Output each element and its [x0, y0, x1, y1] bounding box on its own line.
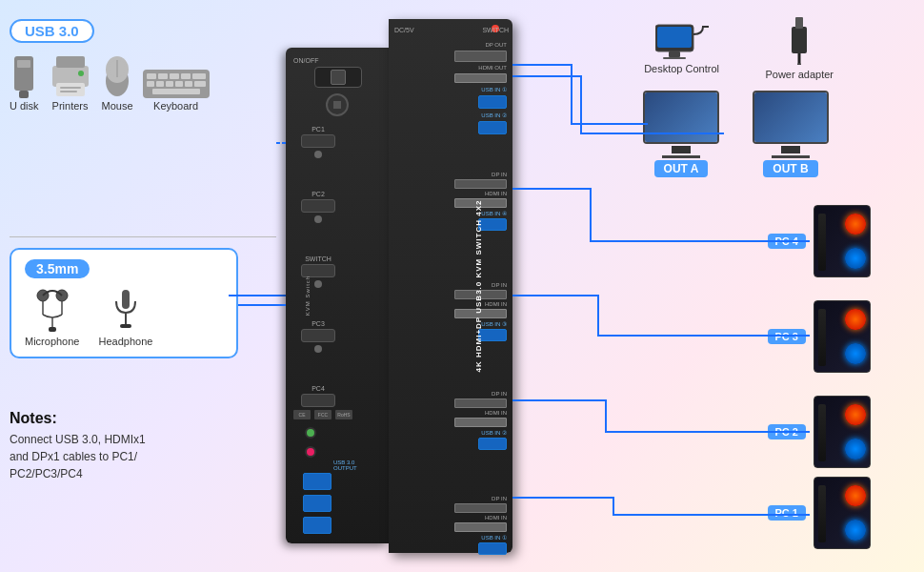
svg-rect-1 [19, 91, 29, 98]
pc1-button-group: PC1 [301, 126, 335, 158]
headphone-label: Headphone [98, 336, 152, 347]
svg-rect-32 [122, 290, 130, 309]
svg-rect-31 [49, 327, 56, 332]
pc3-btn-label: PC3 [301, 320, 335, 327]
keyboard-label: Keyboard [153, 100, 198, 112]
microphone-icon [35, 286, 70, 332]
pc3-led [314, 345, 322, 353]
mouse-label: Mouse [102, 100, 133, 112]
switch-btn-label: SWITCH [301, 255, 335, 262]
svg-rect-4 [56, 56, 85, 68]
out-a-badge: OUT A [654, 160, 709, 177]
svg-rect-23 [185, 81, 192, 87]
pc3-btn[interactable] [301, 329, 335, 342]
mic-in-jack [305, 446, 316, 458]
svg-rect-22 [175, 81, 183, 87]
pc4-btn[interactable] [301, 394, 335, 407]
audio-icons-row: Microphone Headphone [25, 286, 223, 347]
audio-section: 3.5mm Microphone [10, 248, 257, 358]
section-divider [10, 236, 276, 237]
pc2-dp-in [454, 398, 507, 408]
pc2-badge: PC 2 [768, 424, 806, 439]
printer-item: Printers [49, 54, 92, 112]
pc1-input-ports: DP IN HDMI IN USB IN ① [454, 496, 507, 555]
dc-label: DC/5V [394, 27, 414, 33]
svg-rect-34 [120, 324, 131, 328]
audio-box: 3.5mm Microphone [10, 248, 238, 358]
power-adapter-label: Power adapter [765, 69, 834, 80]
notes-section: Notes: Connect USB 3.0, HDMIx1and DPx1 c… [10, 410, 267, 482]
svg-rect-18 [192, 73, 206, 79]
printer-label: Printers [52, 100, 89, 112]
headphone-item: Headphone [98, 286, 152, 347]
notes-text: Connect USB 3.0, HDMIx1and DPx1 cables t… [10, 431, 267, 482]
pc1-hdmi-in [454, 522, 507, 532]
pc4-btn-label: PC4 [301, 385, 335, 392]
switch-handle [331, 70, 346, 85]
microphone-item: Microphone [25, 286, 79, 347]
pc2-btn-label: PC2 [301, 191, 335, 197]
audio-jacks [305, 427, 316, 458]
desktop-control-item: Desktop Control [644, 17, 719, 74]
pc3-badge: PC 3 [768, 329, 806, 344]
svg-rect-14 [147, 73, 156, 79]
output-port-group: DP OUT HDMI OUT USB IN ① USB IN ② [454, 42, 507, 134]
monitor-b-screen [753, 91, 829, 144]
pc1-dp-in [454, 503, 507, 513]
kvm-main-label: 4K HDMI+DP USB3.0 KVM SWITCH 4X2 [474, 200, 483, 373]
pc3-tower [814, 300, 871, 373]
usb-out-3 [303, 517, 331, 534]
pc4-dp-in [454, 179, 507, 189]
svg-rect-37 [657, 27, 692, 48]
usb-out-2 [303, 495, 331, 512]
usb-in2-label: USB IN ② [454, 112, 507, 118]
mouse-icon [104, 56, 131, 98]
kvm-back-panel: DC/5V SWITCH DP OUT HDMI OUT USB IN ① US… [389, 19, 512, 553]
power-adapter-icon [788, 17, 811, 65]
power-adapter-item: Power adapter [765, 17, 834, 80]
udisk-label: U disk [10, 100, 39, 112]
pc2-hdmi-in [454, 418, 507, 427]
hdmi-out-label: HDMI OUT [454, 65, 507, 71]
dp-out-label: DP OUT [454, 42, 507, 48]
pc3-item: PC 3 [768, 300, 871, 373]
svg-rect-16 [170, 73, 179, 79]
pc1-item: PC 1 [768, 477, 871, 549]
power-label: ON/OFF [293, 57, 318, 64]
dp-out-port [454, 51, 507, 62]
pc2-btn[interactable] [301, 199, 335, 213]
svg-rect-20 [156, 81, 164, 87]
power-switch[interactable] [314, 67, 362, 88]
pc1-tower [814, 477, 871, 549]
notes-title: Notes: [10, 410, 267, 427]
svg-rect-40 [792, 27, 807, 53]
keyboard-item: Keyboard [143, 70, 210, 112]
desktop-control-label: Desktop Control [644, 63, 719, 74]
mouse-item: Mouse [102, 56, 133, 112]
svg-rect-19 [147, 81, 154, 87]
svg-rect-2 [17, 60, 30, 68]
pc4-tower [814, 205, 871, 277]
svg-rect-41 [795, 17, 803, 29]
pc1-btn[interactable] [301, 134, 335, 148]
pc1-led [314, 151, 322, 158]
main-container: USB 3.0 U disk [0, 0, 924, 572]
kvm-front-panel: ON/OFF PC1 PC2 SWITCH PC3 [286, 48, 389, 543]
pc2-tower [814, 396, 871, 468]
svg-rect-15 [158, 73, 168, 79]
desktop-control-icon [655, 17, 709, 59]
pc2-usb-in [478, 438, 507, 450]
monitor-a-screen [643, 91, 719, 144]
audio-badge: 3.5mm [25, 259, 90, 278]
usb-in1-label: USB IN ① [454, 86, 507, 92]
keyboard-icon [143, 70, 210, 98]
cert-logos: CE FCC RoHS [293, 410, 379, 419]
usb-badge: USB 3.0 [10, 19, 94, 43]
monitor-out-a: OUT A [643, 91, 719, 177]
usb-ports-front [303, 473, 331, 534]
svg-rect-21 [166, 81, 173, 87]
svg-rect-12 [110, 60, 125, 77]
monitor-out-b: OUT B [753, 91, 829, 177]
usb-output-label: USB 3.0OUTPUT [333, 460, 357, 471]
svg-rect-7 [60, 91, 77, 92]
